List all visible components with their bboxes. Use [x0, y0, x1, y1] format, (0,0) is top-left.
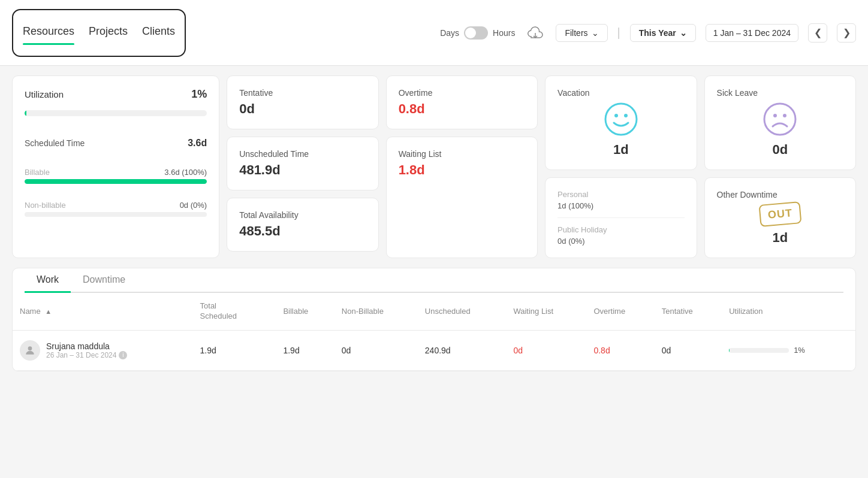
overtime-value: 0.8d [399, 101, 525, 117]
nonbillable-bar [25, 212, 207, 217]
vacation-card: Vacation 1d [545, 75, 697, 170]
tentative-card: Tentative 0d [227, 75, 378, 129]
sort-arrow-icon: ▲ [45, 308, 52, 315]
svg-point-3 [624, 114, 628, 117]
tab-work[interactable]: Work [25, 268, 71, 293]
divider: | [617, 26, 620, 40]
billable-value: 3.6d (100%) [164, 168, 207, 177]
sad-face-icon [762, 101, 798, 137]
work-tabs: Work Downtime [25, 268, 843, 293]
svg-point-5 [773, 114, 777, 117]
sick-leave-icon-area: 0d [717, 101, 843, 158]
waiting-list-value: 1.8d [399, 162, 525, 178]
main-content: Utilization 1% Scheduled Time 3.6d Billa… [0, 66, 868, 381]
utilization-label: Utilization [25, 89, 64, 99]
avatar [20, 340, 40, 361]
svg-point-2 [614, 114, 618, 117]
period-label: This Year [639, 28, 676, 38]
sick-leave-value: 0d [772, 142, 788, 158]
other-downtime-label: Other Downtime [717, 190, 843, 199]
col-utilization: Utilization [722, 293, 855, 330]
overtime-card: Overtime 0.8d [386, 75, 538, 129]
utilization-value: 1% [191, 88, 207, 101]
top-controls: Days Hours Filters ⌄ | This Year ⌄ 1 Jan… [440, 22, 856, 44]
tab-resources[interactable]: Resources [23, 25, 74, 40]
col-name[interactable]: Name ▲ [13, 293, 193, 330]
sick-col: Sick Leave 0d Other Downtime OUT 1d [704, 75, 856, 258]
waiting-list-card: Waiting List 1.8d [386, 137, 538, 258]
info-icon[interactable]: i [119, 351, 127, 359]
out-badge: OUT [758, 201, 801, 227]
billable-bar-fill [25, 179, 207, 184]
nonbillable-value: 0d (0%) [180, 201, 207, 210]
total-availability-value: 485.5d [239, 223, 366, 239]
cell-tentative: 0d [655, 330, 722, 370]
vacation-label: Vacation [557, 88, 684, 98]
filters-button[interactable]: Filters ⌄ [556, 24, 607, 42]
vacation-col: Vacation 1d Personal 1d (100%) [545, 75, 697, 258]
next-period-button[interactable]: ❯ [837, 23, 856, 43]
vacation-value: 1d [613, 142, 629, 158]
table-row: Srujana maddula 26 Jan – 31 Dec 2024 i 1… [13, 330, 855, 370]
waiting-list-label: Waiting List [399, 149, 525, 159]
col-tentative: Tentative [655, 293, 722, 330]
row-util-bar [729, 348, 789, 353]
unscheduled-label: Unscheduled Time [239, 149, 366, 159]
person-name: Srujana maddula [46, 341, 127, 351]
period-chevron-icon: ⌄ [680, 28, 687, 38]
filters-label: Filters [565, 28, 587, 38]
personal-card: Personal 1d (100%) Public Holiday 0d (0%… [545, 177, 697, 258]
scheduled-label: Scheduled Time [25, 138, 85, 148]
cell-utilization: 1% [722, 330, 855, 370]
billable-label: Billable [25, 168, 50, 177]
unscheduled-card: Unscheduled Time 481.9d [227, 137, 378, 190]
col-billable: Billable [276, 293, 334, 330]
unscheduled-value: 481.9d [239, 162, 366, 178]
svg-point-7 [28, 346, 32, 350]
download-button[interactable] [525, 22, 546, 44]
tab-clients[interactable]: Clients [142, 25, 175, 40]
row-util-bar-fill [729, 348, 730, 353]
period-button[interactable]: This Year ⌄ [630, 24, 696, 42]
work-section: Work Downtime Name ▲ Total Scheduled Bil… [12, 268, 856, 371]
work-tabs-wrapper: Work Downtime [13, 268, 855, 293]
vacation-icon-area: 1d [557, 101, 684, 158]
stats-row: Utilization 1% Scheduled Time 3.6d Billa… [12, 75, 856, 258]
other-downtime-icon-area: OUT 1d [717, 203, 843, 246]
cell-overtime: 0.8d [586, 330, 654, 370]
cell-billable: 1.9d [276, 330, 334, 370]
person-date: 26 Jan – 31 Dec 2024 i [46, 351, 127, 359]
other-downtime-value: 1d [772, 230, 788, 246]
svg-point-1 [605, 104, 637, 135]
col-total-scheduled: Total Scheduled [193, 293, 276, 330]
total-availability-label: Total Availability [239, 210, 366, 220]
scheduled-value: 3.6d [188, 138, 207, 149]
cell-name: Srujana maddula 26 Jan – 31 Dec 2024 i [13, 330, 193, 370]
total-availability-card: Total Availability 485.5d [227, 198, 378, 252]
svg-point-4 [764, 104, 795, 135]
overtime-col: Overtime 0.8d Waiting List 1.8d [386, 75, 538, 258]
tentative-label: Tentative [239, 88, 366, 98]
days-hours-toggle: Days Hours [440, 26, 515, 40]
cell-non-billable: 0d [334, 330, 418, 370]
work-table: Name ▲ Total Scheduled Billable Non-Bill… [13, 293, 855, 371]
public-holiday-value: 0d (0%) [557, 237, 684, 246]
overtime-label: Overtime [399, 88, 525, 98]
main-nav: Resources Projects Clients [12, 9, 186, 57]
hours-label: Hours [493, 28, 515, 38]
tab-downtime[interactable]: Downtime [71, 268, 137, 293]
col-non-billable: Non-Billable [334, 293, 418, 330]
tab-projects[interactable]: Projects [89, 25, 128, 40]
billable-bar [25, 179, 207, 184]
utilization-bar [25, 110, 207, 116]
personal-label: Personal [557, 190, 684, 199]
cell-total-scheduled: 1.9d [193, 330, 276, 370]
toggle-switch[interactable] [464, 26, 488, 40]
row-util-pct: 1% [794, 346, 805, 355]
sick-leave-card: Sick Leave 0d [704, 75, 856, 170]
happy-face-icon [603, 101, 639, 137]
svg-point-6 [783, 114, 786, 117]
public-holiday-label: Public Holiday [557, 225, 684, 234]
prev-period-button[interactable]: ❮ [808, 23, 827, 43]
cell-waiting-list: 0d [506, 330, 586, 370]
